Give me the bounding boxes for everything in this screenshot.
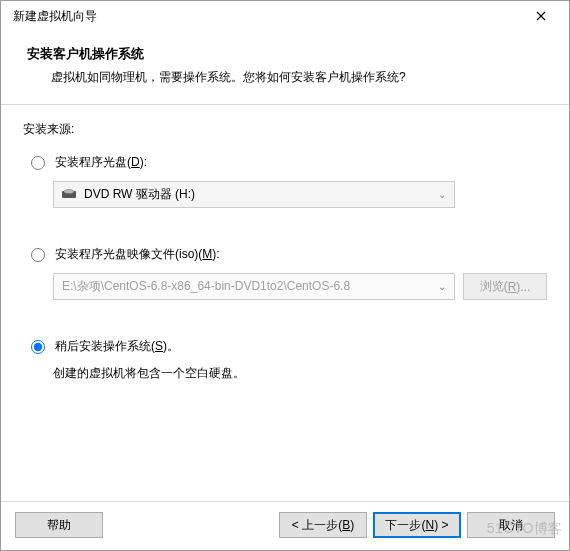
iso-path-value: E:\杂项\CentOS-6.8-x86_64-bin-DVD1to2\Cent… <box>62 278 350 295</box>
radio-later[interactable] <box>31 340 45 354</box>
svg-point-1 <box>64 189 74 193</box>
disc-drive-select[interactable]: DVD RW 驱动器 (H:) ⌄ <box>53 181 455 208</box>
install-later-note: 创建的虚拟机将包含一个空白硬盘。 <box>53 365 547 382</box>
dvd-icon <box>62 188 76 202</box>
next-button[interactable]: 下一步(N) > <box>373 512 461 538</box>
wizard-footer: 帮助 < 上一步(B) 下一步(N) > 取消 <box>1 501 569 550</box>
page-title: 安装客户机操作系统 <box>27 45 543 63</box>
install-source-label: 安装来源: <box>23 121 547 138</box>
radio-iso[interactable] <box>31 248 45 262</box>
back-button[interactable]: < 上一步(B) <box>279 512 367 538</box>
option-installer-disc: 安装程序光盘(D): DVD RW 驱动器 (H:) ⌄ <box>31 154 547 208</box>
close-icon <box>536 8 546 24</box>
window-title: 新建虚拟机向导 <box>13 8 521 25</box>
cancel-button[interactable]: 取消 <box>467 512 555 538</box>
browse-button[interactable]: 浏览(R)... <box>463 273 547 300</box>
radio-disc-label: 安装程序光盘(D): <box>55 154 147 171</box>
close-button[interactable] <box>521 2 561 30</box>
radio-later-label: 稍后安装操作系统(S)。 <box>55 338 179 355</box>
help-button[interactable]: 帮助 <box>15 512 103 538</box>
page-description: 虚拟机如同物理机，需要操作系统。您将如何安装客户机操作系统? <box>27 69 543 86</box>
radio-row-later[interactable]: 稍后安装操作系统(S)。 <box>31 338 547 355</box>
wizard-header: 安装客户机操作系统 虚拟机如同物理机，需要操作系统。您将如何安装客户机操作系统? <box>1 31 569 104</box>
chevron-down-icon: ⌄ <box>438 281 446 292</box>
content-area: 安装来源: 安装程序光盘(D): DVD RW 驱动器 (H:) ⌄ <box>1 105 569 501</box>
radio-row-iso[interactable]: 安装程序光盘映像文件(iso)(M): <box>31 246 547 263</box>
option-install-later: 稍后安装操作系统(S)。 创建的虚拟机将包含一个空白硬盘。 <box>31 338 547 382</box>
titlebar: 新建虚拟机向导 <box>1 1 569 31</box>
iso-path-select[interactable]: E:\杂项\CentOS-6.8-x86_64-bin-DVD1to2\Cent… <box>53 273 455 300</box>
radio-disc[interactable] <box>31 156 45 170</box>
option-iso-file: 安装程序光盘映像文件(iso)(M): E:\杂项\CentOS-6.8-x86… <box>31 246 547 300</box>
radio-iso-label: 安装程序光盘映像文件(iso)(M): <box>55 246 220 263</box>
wizard-window: 新建虚拟机向导 安装客户机操作系统 虚拟机如同物理机，需要操作系统。您将如何安装… <box>0 0 570 551</box>
radio-row-disc[interactable]: 安装程序光盘(D): <box>31 154 547 171</box>
disc-drive-value: DVD RW 驱动器 (H:) <box>84 186 195 203</box>
chevron-down-icon: ⌄ <box>438 189 446 200</box>
